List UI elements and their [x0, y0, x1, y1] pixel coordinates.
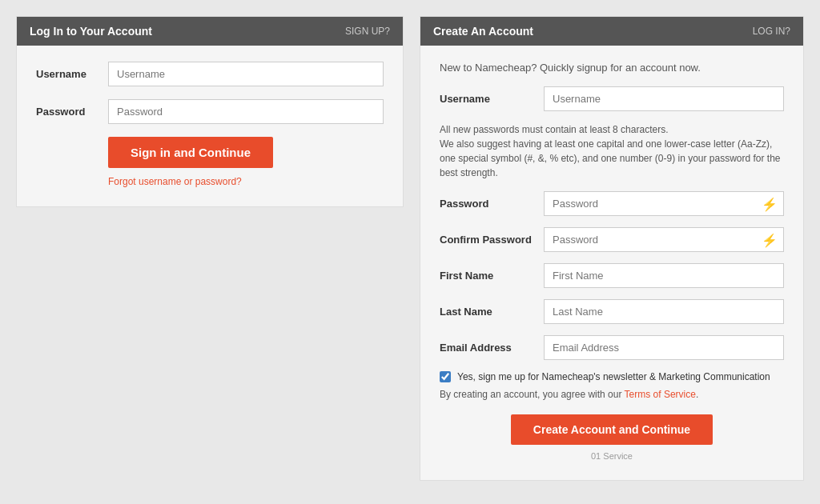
reg-firstname-row: First Name: [440, 263, 784, 288]
reg-email-label: Email Address: [440, 342, 544, 354]
reg-firstname-input[interactable]: [544, 263, 784, 288]
reg-lastname-wrap: [544, 299, 784, 324]
terms-prefix: By creating an account, you agree with o…: [440, 389, 621, 400]
create-account-button[interactable]: Create Account and Continue: [511, 414, 713, 445]
reg-firstname-label: First Name: [440, 270, 544, 282]
forgot-link[interactable]: Forgot username or password?: [108, 176, 384, 187]
terms-link[interactable]: Terms of Service: [625, 389, 696, 400]
password-label: Password: [36, 106, 108, 118]
signin-button[interactable]: Sign in and Continue: [108, 137, 273, 168]
register-panel-body: New to Namecheap? Quickly signup for an …: [420, 46, 803, 480]
reg-username-input[interactable]: [544, 86, 784, 111]
login-panel-header: Log In to Your Account SIGN UP?: [17, 17, 403, 46]
reg-lastname-input[interactable]: [544, 299, 784, 324]
register-panel: Create An Account LOG IN? New to Nameche…: [420, 16, 804, 481]
reg-username-row: Username: [440, 86, 784, 111]
password-input[interactable]: [108, 99, 384, 124]
login-link[interactable]: LOG IN?: [753, 26, 790, 37]
login-panel: Log In to Your Account SIGN UP? Username…: [16, 16, 404, 207]
register-intro: New to Namecheap? Quickly signup for an …: [440, 62, 784, 74]
login-panel-body: Username Password Sign in and Continue F…: [17, 46, 403, 206]
reg-username-label: Username: [440, 93, 544, 105]
reg-password-label: Password: [440, 198, 544, 210]
username-label: Username: [36, 68, 108, 80]
newsletter-checkbox[interactable]: [440, 371, 451, 382]
reg-password-input[interactable]: [544, 191, 784, 216]
login-panel-title: Log In to Your Account: [30, 25, 152, 38]
reg-firstname-wrap: [544, 263, 784, 288]
password-eye-icon[interactable]: ⚡: [762, 196, 778, 211]
username-input[interactable]: [108, 62, 384, 86]
password-hint: All new passwords must contain at least …: [440, 122, 784, 180]
register-panel-header: Create An Account LOG IN?: [420, 17, 803, 46]
reg-password-row: Password ⚡: [440, 191, 784, 216]
reg-username-wrap: [544, 86, 784, 111]
username-row: Username: [36, 62, 384, 86]
terms-text: By creating an account, you agree with o…: [440, 389, 784, 400]
reg-confirm-label: Confirm Password: [440, 234, 544, 246]
reg-lastname-label: Last Name: [440, 306, 544, 318]
reg-confirm-input[interactable]: [544, 227, 784, 252]
reg-email-input[interactable]: [544, 335, 784, 360]
password-row: Password: [36, 99, 384, 124]
newsletter-label: Yes, sign me up for Namecheap's newslett…: [457, 371, 770, 382]
reg-password-wrap: ⚡: [544, 191, 784, 216]
signup-link[interactable]: SIGN UP?: [345, 26, 390, 37]
newsletter-row: Yes, sign me up for Namecheap's newslett…: [440, 371, 784, 382]
reg-email-row: Email Address: [440, 335, 784, 360]
confirm-eye-icon[interactable]: ⚡: [762, 232, 778, 247]
reg-confirm-wrap: ⚡: [544, 227, 784, 252]
register-panel-title: Create An Account: [433, 25, 533, 38]
service-note: 01 Service: [440, 451, 784, 461]
reg-lastname-row: Last Name: [440, 299, 784, 324]
reg-confirm-row: Confirm Password ⚡: [440, 227, 784, 252]
reg-email-wrap: [544, 335, 784, 360]
